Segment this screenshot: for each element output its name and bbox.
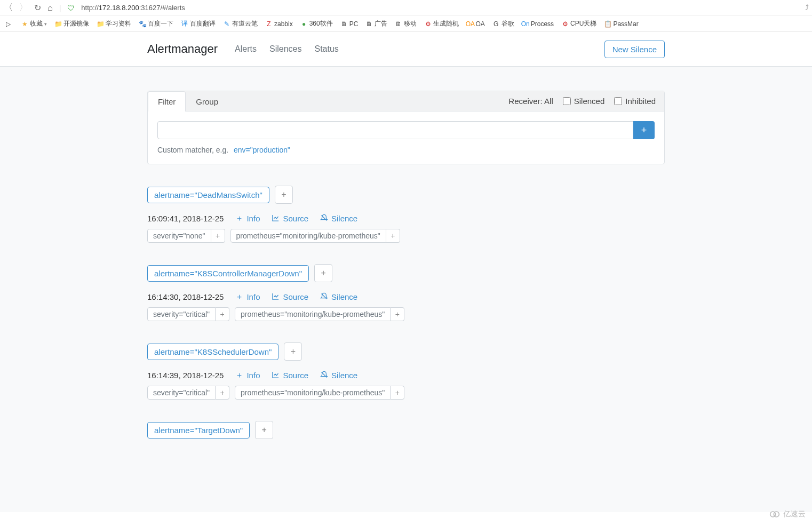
filter-hint: Custom matcher, e.g. env="production" <box>157 146 655 154</box>
add-label-button[interactable]: + <box>216 386 229 400</box>
add-label-button[interactable]: + <box>386 229 400 243</box>
bookmark-item[interactable]: 译百度翻译 <box>181 19 216 28</box>
silence-button[interactable]: Silence <box>320 371 357 380</box>
bookmark-item[interactable]: OAOA <box>466 20 484 28</box>
bookmark-icon: 📁 <box>97 20 104 28</box>
plus-icon: ＋ <box>235 370 243 380</box>
bookmark-item[interactable]: ✎有道云笔 <box>223 19 258 28</box>
source-button[interactable]: Source <box>272 292 308 302</box>
label-tag[interactable]: severity="critical" <box>147 386 216 400</box>
bookmark-icon: ⚙ <box>561 20 569 28</box>
receiver-label[interactable]: Receiver: All <box>508 97 553 106</box>
label-tag[interactable]: prometheus="monitoring/kube-prometheus" <box>230 229 386 243</box>
bookmark-item[interactable]: G谷歌 <box>492 19 514 28</box>
bookmark-item[interactable]: ★收藏▾ <box>21 19 47 28</box>
filter-tabs: Filter Group Receiver: All Silenced Inhi… <box>148 91 664 111</box>
add-label-button[interactable]: + <box>391 386 404 400</box>
add-label-button[interactable]: + <box>391 307 404 321</box>
expand-button[interactable]: + <box>314 264 332 282</box>
tab-group[interactable]: Group <box>186 91 228 111</box>
address-bar[interactable]: http://172.18.8.200:31627/#/alerts <box>81 4 185 12</box>
bookmark-icon: ▷ <box>4 20 12 28</box>
url-prefix: http:// <box>81 4 99 12</box>
info-button[interactable]: ＋Info <box>235 370 260 380</box>
bookmark-item[interactable]: ⚙CPU天梯 <box>561 19 596 28</box>
bookmark-item[interactable]: OnProcess <box>522 20 554 28</box>
inhibited-checkbox[interactable]: Inhibited <box>614 97 656 106</box>
alert-group: alertname="TargetDown" + <box>147 421 665 439</box>
bookmark-icon: ⚙ <box>424 20 432 28</box>
label-tag[interactable]: severity="none" <box>147 229 211 243</box>
add-label-button[interactable]: + <box>216 307 229 321</box>
bookmark-item[interactable]: 📋PassMar <box>604 20 638 28</box>
alert-timestamp: 16:09:41, 2018-12-25 <box>147 214 224 223</box>
silenced-checkbox[interactable]: Silenced <box>563 97 605 106</box>
bookmark-item[interactable]: Zzabbix <box>265 20 293 28</box>
tab-filter[interactable]: Filter <box>148 91 186 111</box>
new-silence-button[interactable]: New Silence <box>604 41 665 58</box>
bookmark-icon: ● <box>300 20 308 28</box>
silence-button[interactable]: Silence <box>320 292 357 302</box>
share-icon[interactable]: ⤴ <box>805 3 809 12</box>
bookmark-item[interactable]: 📁学习资料 <box>97 19 131 28</box>
filter-input[interactable] <box>157 121 633 139</box>
url-suffix: :31627/#/alerts <box>139 4 185 12</box>
bookmark-icon: OA <box>466 20 474 28</box>
bookmark-icon: 🗎 <box>340 20 348 28</box>
filter-hint-example[interactable]: env="production" <box>234 146 290 154</box>
bookmark-icon: On <box>522 20 529 28</box>
bookmark-item[interactable]: 🗎PC <box>340 20 359 28</box>
browser-toolbar: 〈 〉 ↻ ⌂ | 🛡 http://172.18.8.200:31627/#/… <box>0 0 812 16</box>
silence-button[interactable]: Silence <box>320 214 357 224</box>
alertname-tag[interactable]: alertname="K8SControllerManagerDown" <box>147 265 309 282</box>
bookmark-item[interactable]: 🐾百度一下 <box>139 19 173 28</box>
bookmark-icon: 🗎 <box>365 20 373 28</box>
source-button[interactable]: Source <box>272 371 308 380</box>
url-host: 172.18.8.200 <box>99 4 139 12</box>
add-filter-button[interactable]: + <box>633 121 655 139</box>
bookmark-icon: 🗎 <box>395 20 402 28</box>
reload-icon[interactable]: ↻ <box>34 3 41 13</box>
info-button[interactable]: ＋Info <box>235 292 260 302</box>
bookmark-icon: 译 <box>181 20 188 28</box>
back-icon[interactable]: 〈 <box>4 2 13 13</box>
alert-timestamp: 16:14:39, 2018-12-25 <box>147 371 224 380</box>
expand-button[interactable]: + <box>284 342 302 361</box>
navbar: Alertmanager Alerts Silences Status New … <box>0 32 812 67</box>
bookmark-item[interactable]: 🗎广告 <box>365 19 387 28</box>
chart-icon <box>272 371 280 380</box>
chart-icon <box>272 214 280 224</box>
bookmark-item[interactable]: 📁开源镜像 <box>54 19 89 28</box>
watermark: 亿速云 <box>769 509 806 512</box>
bookmark-item[interactable]: ●360软件 <box>300 19 333 28</box>
add-label-button[interactable]: + <box>211 229 225 243</box>
nav-status[interactable]: Status <box>308 40 345 58</box>
silence-icon <box>320 214 328 224</box>
label-tag[interactable]: severity="critical" <box>147 307 216 321</box>
bookmark-item[interactable]: 🗎移动 <box>395 19 417 28</box>
bookmark-icon: Z <box>265 20 273 28</box>
bookmark-icon: 📁 <box>54 20 62 28</box>
nav-alerts[interactable]: Alerts <box>228 40 263 58</box>
nav-silences[interactable]: Silences <box>263 40 308 58</box>
plus-icon: ＋ <box>235 292 243 302</box>
shield-icon: 🛡 <box>67 4 75 12</box>
app: Alertmanager Alerts Silences Status New … <box>0 32 812 512</box>
bookmark-item[interactable]: ▷ <box>4 20 13 28</box>
alert-group: alertname="K8SControllerManagerDown" + 1… <box>147 264 665 321</box>
alertname-tag[interactable]: alertname="DeadMansSwitch" <box>147 187 269 203</box>
bookmark-item[interactable]: ⚙生成随机 <box>424 19 459 28</box>
expand-button[interactable]: + <box>275 186 293 204</box>
alertname-tag[interactable]: alertname="K8SSchedulerDown" <box>147 344 278 360</box>
forward-icon[interactable]: 〉 <box>19 2 28 13</box>
alert-timestamp: 16:14:30, 2018-12-25 <box>147 292 224 301</box>
home-icon[interactable]: ⌂ <box>47 3 53 13</box>
label-tag[interactable]: prometheus="monitoring/kube-prometheus" <box>235 307 391 321</box>
source-button[interactable]: Source <box>272 214 308 224</box>
label-tag[interactable]: prometheus="monitoring/kube-prometheus" <box>235 386 391 400</box>
bookmark-icon: 📋 <box>604 20 611 28</box>
silence-icon <box>320 371 328 380</box>
expand-button[interactable]: + <box>255 421 273 439</box>
alertname-tag[interactable]: alertname="TargetDown" <box>147 422 250 439</box>
info-button[interactable]: ＋Info <box>235 213 260 224</box>
